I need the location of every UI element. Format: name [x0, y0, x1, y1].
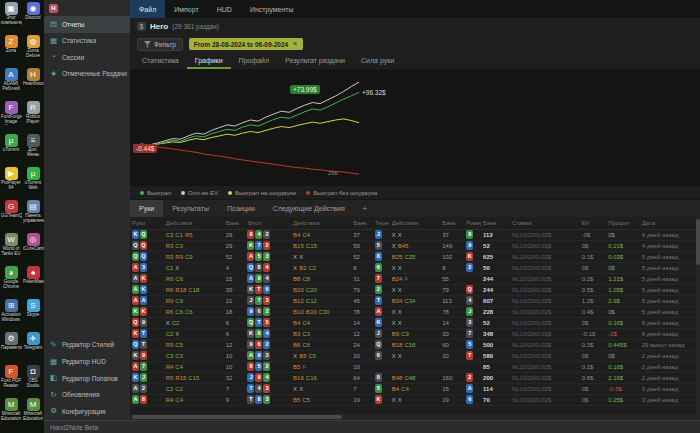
player-name[interactable]: Hero: [150, 22, 168, 31]
desktop-icon-foxit-pdf-reader[interactable]: FFoxit PDF Reader: [0, 364, 22, 397]
hand-row[interactable]: AAR9C921J73B12C1245TB34C341134607NL10/20…: [130, 295, 700, 306]
horizontal-scrollbar[interactable]: [130, 414, 700, 420]
sidebar-item-отчеты[interactable]: ▤Отчеты: [44, 16, 130, 33]
desktop-icon-world-of-tanks-eu[interactable]: WWorld of Tanks EU: [0, 232, 22, 265]
action-token: X: [398, 287, 402, 293]
river-card: 6: [464, 394, 481, 405]
desktop-icon-adami-рабочий[interactable]: AADAMI Рабочий: [0, 67, 22, 100]
column-header-6[interactable]: Тёрн: [373, 217, 390, 229]
view-tab-графики[interactable]: Графики: [187, 53, 231, 69]
stakes: NL10/20/0.02$: [510, 361, 580, 372]
column-header-7[interactable]: Действия: [390, 217, 441, 229]
desktop-icon-pokermaster[interactable]: ♠PokerMaster: [22, 265, 44, 298]
hand-row[interactable]: KTC2X6K84B3C312JB9C9307348NL10/20/0.02$-…: [130, 328, 700, 339]
sidebar-item-конфигурация[interactable]: ⚙Конфигурация: [44, 403, 130, 420]
legend-item-выиграл[interactable]: Выиграл: [140, 190, 171, 196]
desktop-icon-utorrent-web[interactable]: µuTorrent Web: [22, 166, 44, 199]
desktop-icon-utorrent[interactable]: µuTorrent: [0, 133, 22, 166]
view-tab-статистика[interactable]: Статистика: [134, 53, 187, 69]
column-header-10[interactable]: Банк: [481, 217, 510, 229]
legend-item-выиграл-на-шоудауне[interactable]: Выиграл на шоудауне: [228, 190, 296, 196]
sidebar-item-обновления[interactable]: ↻Обновления: [44, 387, 130, 404]
hand-row[interactable]: KKR6C6C618962B10B30C3078AXX78J228NL10/20…: [130, 306, 700, 317]
desktop-icon-панель-управления[interactable]: ▤Панель управления: [22, 199, 44, 232]
desktop-icon-доп-меню[interactable]: ≡Доп. Меню: [22, 133, 44, 166]
desktop-icon-discord[interactable]: ◉Discord: [22, 1, 44, 34]
column-header-13[interactable]: Профит: [606, 217, 640, 229]
column-header-5[interactable]: Банк: [351, 217, 373, 229]
sidebar-item-отмеченные-раздачи[interactable]: ★Отмеченные Раздачи: [44, 66, 130, 83]
column-header-2[interactable]: Банк: [224, 217, 246, 229]
desktop-icon-fontforge-image-viewer[interactable]: FFontForge Image Viewer: [0, 100, 22, 133]
card-Ad: A: [247, 274, 254, 283]
column-header-14[interactable]: Дата: [640, 217, 700, 229]
sidebar-item-label: Отмеченные Раздачи: [62, 70, 127, 77]
menu-tab-файл[interactable]: Файл: [130, 0, 165, 18]
vertical-scrollbar-thumb[interactable]: [696, 219, 700, 265]
desktop-icon-zuma-deluxe[interactable]: ◍Zuma Deluxe: [22, 34, 44, 67]
hand-row[interactable]: QTR5C512962B6C624QB18C18605500NL10/20/0.…: [130, 339, 700, 350]
column-header-11[interactable]: Ставки: [510, 217, 580, 229]
hands-tab-результаты[interactable]: Результаты: [163, 200, 218, 217]
hand-row[interactable]: A8R4C49T83B5C519KXX19670NL10/20/0.02$0$0…: [130, 394, 700, 405]
hands-tab-позиции[interactable]: Позиции: [218, 200, 264, 217]
column-header-1[interactable]: Действия: [164, 217, 224, 229]
desktop-icon-roblox-player[interactable]: RRoblox Player: [22, 100, 44, 133]
hands-tab-следующие-действия[interactable]: Следующие Действия: [264, 200, 354, 217]
menu-tab-hud[interactable]: HUD: [208, 0, 241, 18]
date-range-filter-pill[interactable]: From 28-08-2024 to 06-09-2024 ✕: [189, 38, 303, 50]
desktop-icon-skype[interactable]: SSkype: [22, 298, 44, 331]
view-tab-сила-руки[interactable]: Сила руки: [353, 53, 402, 69]
hand-row[interactable]: AKR6R18C1839KT6B20C20792XX79Q244NL10/20/…: [130, 284, 700, 295]
sidebar-item-редактор-стилей[interactable]: ✎Редактор Стилей: [44, 337, 130, 354]
hand-row[interactable]: K9C3C310A93XB5C5206XX20T580NL10/20/0.02$…: [130, 350, 700, 361]
desktop-icon-zona[interactable]: ZZona: [0, 34, 22, 67]
sidebar-item-редактор-hud[interactable]: ▦Редактор HUD: [44, 354, 130, 371]
hand-row[interactable]: A7R4C410852B5F1085NL10/20/0.02$0.1$0.16$…: [130, 361, 700, 372]
column-header-12[interactable]: EV: [580, 217, 606, 229]
desktop-icon-icurecamenc[interactable]: ◎iCureCamEnc: [22, 232, 44, 265]
stakes: NL10/20/0.02$: [510, 317, 580, 328]
hand-row[interactable]: Q9XC26QT5B4C414KXX14352NL10/20/0.02$0$0.…: [130, 317, 700, 328]
desktop-icon-activation-windows[interactable]: ⊞Activation Windows: [0, 298, 22, 331]
hand-row[interactable]: A2C2C27743XX75B4C415A114NL10/20/0.02$0$-…: [130, 383, 700, 394]
menu-tab-инструменты[interactable]: Инструменты: [241, 0, 303, 18]
desktop-icon-obs-studio[interactable]: ◘OBS Studio: [22, 364, 44, 397]
hands-tab-+[interactable]: +: [354, 200, 376, 217]
desktop-icon-minecraft-education[interactable]: MMinecraft Education: [22, 397, 44, 430]
column-header-9[interactable]: Ривер: [464, 217, 481, 229]
vertical-scrollbar[interactable]: [696, 217, 700, 414]
hand-row[interactable]: KJR5R15C1532J94B16C16648B48C481602200NL1…: [130, 372, 700, 383]
column-header-4[interactable]: Действия: [291, 217, 351, 229]
menu-tab-импорт[interactable]: Импорт: [165, 0, 207, 18]
desktop-icon-google-chrome[interactable]: ◕Google Chrome: [0, 265, 22, 298]
sidebar-item-сессии[interactable]: ◔Сессии: [44, 49, 130, 66]
desktop-icon-параметры[interactable]: ⚙Параметры: [0, 331, 22, 364]
hands-tab-руки[interactable]: Руки: [130, 200, 163, 217]
desktop-icon-minecraft-education[interactable]: MMinecraft Education: [0, 397, 22, 430]
hand-row[interactable]: QQR3R9C952A53XX528B25C25102K625NL10/20/0…: [130, 251, 700, 262]
sidebar-item-редактор-попапов[interactable]: ◧Редактор Попапов: [44, 370, 130, 387]
remove-filter-icon[interactable]: ✕: [292, 40, 297, 48]
desktop-icon-ggteamqfc[interactable]: GGGTeamQFC: [0, 199, 22, 232]
column-header-0[interactable]: Руки: [130, 217, 164, 229]
column-header-3[interactable]: Флоп: [245, 217, 291, 229]
desktop-icon-potplayer-64[interactable]: ▶PotPlayer 64: [0, 166, 22, 199]
desktop-icon-этот-компьютер[interactable]: ▣Этот компьютер: [0, 1, 22, 34]
currency-icon[interactable]: $: [137, 22, 146, 31]
hand-row[interactable]: QQR3C329K72B15C15595XB45149952NL10/20/0.…: [130, 240, 700, 251]
desktop-icon-telegram[interactable]: ✈Telegram: [22, 331, 44, 364]
hand-row[interactable]: A3C1X4Q84XB2C286XX8250NL10/20/0.02$0$0$5…: [130, 262, 700, 273]
legend-item-олл-ин-ev[interactable]: Олл-ин EV: [181, 190, 218, 196]
legend-item-выиграл-без-шоудауна[interactable]: Выиграл без шоудауна: [306, 190, 377, 196]
hand-row[interactable]: KQC3C1R529942B4C437JXX378112NL10/20/0.02…: [130, 229, 700, 240]
column-header-8[interactable]: Банк: [440, 217, 464, 229]
desktop-icon-hearthstone[interactable]: HHearthstone: [22, 67, 44, 100]
view-tab-результат-раздачи[interactable]: Результат раздачи: [277, 53, 353, 69]
sidebar-item-статистика[interactable]: ▦Статистика: [44, 33, 130, 50]
view-tab-профайл[interactable]: Профайл: [231, 53, 277, 69]
hand-row[interactable]: AKR6C615A94B8C8317B24F55244NL10/20/0.02$…: [130, 273, 700, 284]
filter-button[interactable]: Фильтр: [137, 38, 183, 51]
preflop-actions: C2C2: [164, 383, 224, 394]
horizontal-scrollbar-thumb[interactable]: [132, 415, 342, 419]
